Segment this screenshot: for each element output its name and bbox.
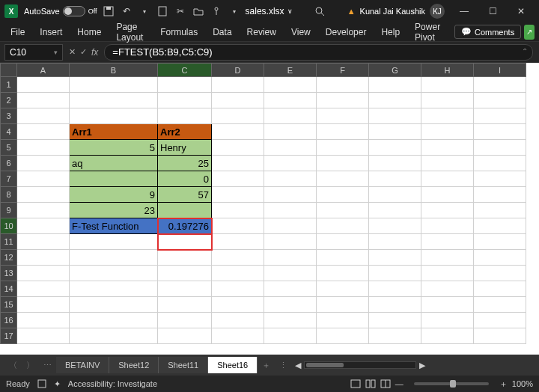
row-header[interactable]: 16 bbox=[1, 313, 17, 328]
new-file-icon[interactable] bbox=[157, 6, 168, 16]
cell-b5[interactable]: 5 bbox=[70, 140, 158, 156]
tab-power-pivot[interactable]: Power Pivot bbox=[409, 19, 448, 46]
tab-review[interactable]: Review bbox=[241, 24, 282, 40]
zoom-level[interactable]: 100% bbox=[512, 379, 533, 388]
share-button[interactable]: ↗ bbox=[524, 25, 535, 40]
accessibility-icon[interactable]: ✦ bbox=[54, 379, 61, 389]
row-header[interactable]: 3 bbox=[1, 108, 17, 124]
row-header[interactable]: 11 bbox=[1, 234, 17, 250]
cut-icon[interactable]: ✂ bbox=[175, 6, 186, 16]
scroll-left-icon[interactable]: ◀ bbox=[292, 361, 304, 370]
row-header[interactable]: 13 bbox=[1, 266, 17, 281]
row-header[interactable]: 15 bbox=[1, 297, 17, 313]
row-header[interactable]: 12 bbox=[1, 250, 17, 266]
col-header-h[interactable]: H bbox=[421, 64, 474, 77]
col-header-g[interactable]: G bbox=[369, 64, 421, 77]
tab-file[interactable]: File bbox=[4, 24, 31, 40]
row-header[interactable]: 6 bbox=[1, 156, 17, 171]
sheet-tab-sheet16[interactable]: Sheet16 bbox=[208, 357, 258, 373]
col-header-c[interactable]: C bbox=[158, 64, 212, 77]
select-all-corner[interactable] bbox=[1, 64, 17, 77]
qat-overflow-icon[interactable]: ▾ bbox=[229, 6, 240, 16]
worksheet-grid[interactable]: A B C D E F G H I 1 2 3 4Arr1Arr2 55Henr… bbox=[0, 63, 539, 355]
search-icon[interactable] bbox=[314, 6, 325, 16]
tab-formulas[interactable]: Formulas bbox=[154, 24, 204, 40]
tab-help[interactable]: Help bbox=[375, 24, 406, 40]
row-header[interactable]: 5 bbox=[1, 140, 17, 156]
cell-b4[interactable]: Arr1 bbox=[70, 124, 158, 140]
row-header[interactable]: 8 bbox=[1, 187, 17, 203]
tab-home[interactable]: Home bbox=[71, 24, 107, 40]
scroll-right-icon[interactable]: ▶ bbox=[416, 361, 428, 370]
cell-c5[interactable]: Henry bbox=[158, 140, 212, 156]
sheet-tab-sheet11[interactable]: Sheet11 bbox=[159, 357, 208, 373]
cell-c11[interactable] bbox=[158, 234, 212, 250]
cell-c4[interactable]: Arr2 bbox=[158, 124, 212, 140]
col-header-i[interactable]: I bbox=[474, 64, 526, 77]
row-header[interactable]: 7 bbox=[1, 171, 17, 187]
redo-dropdown-icon[interactable]: ▾ bbox=[139, 6, 150, 16]
touch-mode-icon[interactable] bbox=[211, 6, 222, 16]
name-box-dropdown-icon[interactable]: ▾ bbox=[54, 49, 58, 56]
row-header[interactable]: 10 bbox=[1, 218, 17, 234]
sheet-tab-sheet12[interactable]: Sheet12 bbox=[109, 357, 159, 373]
sheet-tab-betainv[interactable]: BETAINV bbox=[56, 357, 109, 373]
cell-b6[interactable]: aq bbox=[70, 156, 158, 171]
name-box[interactable]: C10 ▾ bbox=[4, 44, 63, 61]
fx-icon[interactable]: fx bbox=[91, 47, 98, 58]
minimize-button[interactable]: — bbox=[451, 1, 478, 22]
horizontal-scrollbar[interactable] bbox=[304, 361, 416, 369]
tab-data[interactable]: Data bbox=[207, 24, 237, 40]
cell-c9[interactable] bbox=[158, 203, 212, 218]
tab-page-layout[interactable]: Page Layout bbox=[110, 19, 151, 46]
zoom-in-icon[interactable]: ＋ bbox=[499, 379, 508, 390]
formula-expand-icon[interactable]: ⌃ bbox=[522, 47, 528, 55]
row-header[interactable]: 2 bbox=[1, 93, 17, 108]
tab-insert[interactable]: Insert bbox=[34, 24, 68, 40]
autosave-toggle[interactable]: AutoSave Off bbox=[24, 6, 97, 16]
new-sheet-icon[interactable]: ＋ bbox=[258, 360, 275, 371]
tab-developer[interactable]: Developer bbox=[320, 24, 373, 40]
col-header-d[interactable]: D bbox=[212, 64, 264, 77]
user-account[interactable]: ▲ Kunal Jai Kaushik KJ bbox=[347, 4, 445, 19]
cell-c7[interactable]: 0 bbox=[158, 171, 212, 187]
cell-b8[interactable]: 9 bbox=[70, 187, 158, 203]
row-header[interactable]: 14 bbox=[1, 281, 17, 297]
macro-record-icon[interactable] bbox=[37, 379, 46, 388]
row-header[interactable]: 4 bbox=[1, 124, 17, 140]
col-header-e[interactable]: E bbox=[264, 64, 317, 77]
row-header[interactable]: 9 bbox=[1, 203, 17, 218]
cell-b10[interactable]: F-Test Function bbox=[70, 218, 158, 234]
comments-button[interactable]: 💬 Comments bbox=[454, 25, 521, 39]
toggle-switch-icon[interactable] bbox=[63, 6, 85, 16]
col-header-a[interactable]: A bbox=[17, 64, 70, 77]
cell-c6[interactable]: 25 bbox=[158, 156, 212, 171]
zoom-slider[interactable] bbox=[414, 382, 489, 385]
tab-view[interactable]: View bbox=[285, 24, 317, 40]
tab-list-icon[interactable]: ⋯ bbox=[39, 361, 56, 370]
save-icon[interactable] bbox=[103, 6, 114, 16]
tab-scroll-left-icon[interactable]: 〈 bbox=[4, 360, 22, 371]
row-header[interactable]: 17 bbox=[1, 328, 17, 344]
cell-c10-active[interactable]: 0.197276 bbox=[158, 218, 212, 234]
open-icon[interactable] bbox=[193, 6, 204, 16]
formula-enter-icon[interactable]: ✓ bbox=[80, 47, 87, 57]
tab-scroll-right-icon[interactable]: 〉 bbox=[22, 360, 39, 371]
zoom-out-icon[interactable]: — bbox=[395, 379, 404, 388]
row-header[interactable]: 1 bbox=[1, 77, 17, 93]
view-page-layout-icon[interactable] bbox=[365, 379, 376, 388]
col-header-b[interactable]: B bbox=[70, 64, 158, 77]
accessibility-text[interactable]: Accessibility: Investigate bbox=[68, 379, 157, 388]
filename-area[interactable]: sales.xlsx ∨ bbox=[246, 6, 293, 16]
formula-cancel-icon[interactable]: ✕ bbox=[69, 47, 76, 57]
view-normal-icon[interactable] bbox=[350, 379, 361, 388]
col-header-f[interactable]: F bbox=[317, 64, 369, 77]
undo-icon[interactable]: ↶ bbox=[121, 6, 132, 16]
view-page-break-icon[interactable] bbox=[380, 379, 391, 388]
maximize-button[interactable]: ☐ bbox=[479, 1, 506, 22]
formula-input[interactable]: =FTEST(B5:B9,C5:C9) ⌃ bbox=[104, 44, 533, 61]
close-button[interactable]: ✕ bbox=[508, 1, 535, 22]
cell-b9[interactable]: 23 bbox=[70, 203, 158, 218]
cell-b7[interactable] bbox=[70, 171, 158, 187]
cell-c8[interactable]: 57 bbox=[158, 187, 212, 203]
